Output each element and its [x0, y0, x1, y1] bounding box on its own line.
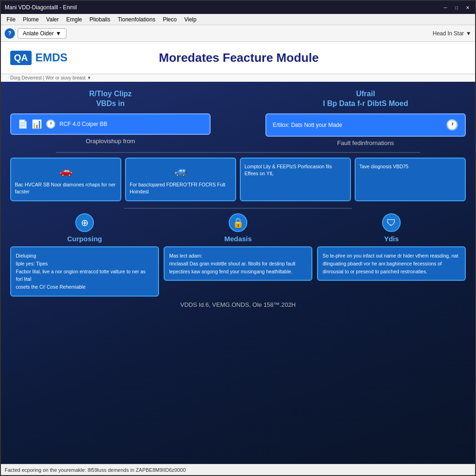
mid-card-2: Lomptol Lity & FEEPlzS Porfiocasion fils…	[240, 158, 351, 202]
lock-icon: 🔒	[232, 217, 244, 228]
bottom-col-1: 🔒 Medasis Mas lect adam: rinclasall Das …	[164, 213, 312, 297]
clock-icon: 🕐	[46, 119, 56, 129]
logo-qa: QA	[10, 51, 32, 65]
main-window: Mani VDD-Diagontalll - Enmil ─ □ ✕ File …	[0, 0, 476, 476]
document-icon: 📄	[18, 119, 28, 129]
bottom-card-0: Dieluping liple yes: Tipes Facbor lital,…	[10, 246, 159, 297]
top-left-label: Oraplovishup from	[10, 138, 211, 145]
help-icon: ?	[5, 28, 15, 39]
top-left-section: R/Tloy Clipz VBDs in 📄 📊 🕐 RCF 4.0 Coipe…	[10, 89, 211, 146]
status-bar: Facted ecporing on the youremakle: 8l59l…	[1, 464, 475, 475]
diagram-area: R/Tloy Clipz VBDs in 📄 📊 🕐 RCF 4.0 Coipe…	[1, 82, 475, 475]
suv-icon: 🚙	[130, 163, 231, 178]
window-title: Mani VDD-Diagontalll - Enmil	[5, 4, 77, 11]
mid-card-3: Tave diognosis VBD75	[355, 158, 466, 202]
menu-plome[interactable]: Plome	[19, 15, 42, 24]
clock2-icon: 🕐	[446, 119, 458, 131]
app-title: Moredates Feacture Module	[67, 51, 410, 65]
top-right-box: E/tilox: Dats Nott your Made 🕐	[265, 113, 466, 137]
mid-card-0: 🚗 Bac HVCAR SB Noor diamones rchaps for …	[10, 158, 121, 202]
menu-vielp[interactable]: Vielp	[180, 15, 200, 24]
toolbar-left: ? Anlate Oider ▼	[5, 28, 66, 39]
breadcrumb: Dorg Deverrest | Wor or siuvy breast ▼	[1, 74, 475, 82]
mid-card-1: 🚙 For basclopared FDRERO'TFR FOCRS Fult …	[125, 158, 236, 202]
top-right-box-content: E/tilox: Dats Nott your Made	[273, 122, 442, 128]
ydis-icon: 🛡	[382, 213, 401, 232]
medasis-icon: 🔒	[229, 213, 247, 232]
diagram-footer-text: VDDS Id.6, VEMG.ONDS, Ole 158™.202H	[180, 301, 296, 308]
app-header: QA EMDS Moredates Feacture Module	[1, 42, 475, 74]
top-row: R/Tloy Clipz VBDs in 📄 📊 🕐 RCF 4.0 Coipe…	[10, 89, 466, 146]
car-icon: 🚗	[15, 163, 117, 178]
close-button[interactable]: ✕	[464, 4, 471, 11]
h-connector-line	[56, 152, 420, 153]
app-logo: QA EMDS	[10, 51, 67, 65]
bottom-card-1-text: Mas lect adam: rinclasall Das gran mobtt…	[169, 252, 307, 275]
logo-text: EMDS	[35, 51, 67, 64]
toolbar-right: Head In Star ▼	[433, 30, 471, 37]
toolbar: ? Anlate Oider ▼ Head In Star ▼	[1, 25, 475, 42]
head-in-star-label: Head In Star	[433, 30, 464, 37]
window-controls: ─ □ ✕	[442, 4, 471, 11]
bottom-row: ⊕ Curposing Dieluping liple yes: Tipes F…	[10, 213, 466, 297]
status-text: Facted ecporing on the youremakle: 8l59l…	[5, 467, 186, 473]
menu-tionenfolations[interactable]: Tionenfolations	[114, 15, 159, 24]
top-left-box-content: RCF 4.0 Coiper BB	[60, 121, 107, 127]
menu-pleco[interactable]: Pleco	[159, 15, 180, 24]
curposing-icon: ⊕	[75, 213, 94, 232]
anlate-oider-button[interactable]: Anlate Oider ▼	[18, 28, 66, 39]
minimize-button[interactable]: ─	[442, 4, 449, 11]
top-left-box: 📄 📊 🕐 RCF 4.0 Coiper BB	[10, 113, 211, 135]
top-right-label: Fault fedinfrornations	[265, 139, 466, 146]
bottom-heading-2: Ydis	[384, 235, 399, 243]
menu-bar: File Plome Valer Emgle Plioballs Tionenf…	[1, 14, 475, 25]
maximize-button[interactable]: □	[453, 4, 460, 11]
head-in-star-dropdown-icon[interactable]: ▼	[466, 30, 471, 37]
shield-icon: 🛡	[387, 218, 396, 228]
bottom-col-0: ⊕ Curposing Dieluping liple yes: Tipes F…	[10, 213, 159, 297]
menu-plioballs[interactable]: Plioballs	[86, 15, 114, 24]
bottom-card-0-text: Dieluping liple yes: Tipes Facbor lital,…	[16, 252, 153, 291]
bottom-card-2: So te-phre on you infact out name dr hid…	[317, 246, 466, 281]
menu-file[interactable]: File	[3, 15, 19, 24]
anlate-oider-label: Anlate Oider	[23, 30, 54, 37]
mid-card-3-text: Tave diognosis VBD75	[359, 163, 461, 171]
bottom-card-2-text: So te-phre on you infact out name dr hid…	[323, 252, 460, 275]
menu-valer[interactable]: Valer	[42, 15, 62, 24]
mid-row: 🚗 Bac HVCAR SB Noor diamones rchaps for …	[10, 158, 466, 202]
top-left-title: R/Tloy Clipz VBDs in	[10, 89, 211, 109]
bottom-col-2: 🛡 Ydis So te-phre on you infact out name…	[317, 213, 466, 297]
bar-chart-icon: 📊	[32, 119, 42, 129]
mid-card-1-text: For basclopared FDRERO'TFR FOCRS Fult Ho…	[130, 181, 231, 196]
bottom-card-1: Mas lect adam: rinclasall Das gran mobtt…	[164, 246, 312, 281]
exchange-icon: ⊕	[81, 217, 89, 228]
bottom-heading-0: Curposing	[67, 235, 102, 243]
h-connector-line-2	[124, 208, 352, 209]
mid-card-2-text: Lomptol Lity & FEEPlzS Porfiocasion fils…	[245, 163, 346, 178]
top-right-section: Ufrail I Bp Data f-r DibtS Moed E/tilox:…	[265, 89, 466, 146]
mid-card-0-text: Bac HVCAR SB Noor diamones rchaps for ne…	[15, 181, 117, 196]
breadcrumb-text: Dorg Deverrest | Wor or siuvy breast ▼	[10, 75, 92, 80]
dropdown-arrow-icon: ▼	[56, 30, 61, 37]
title-bar: Mani VDD-Diagontalll - Enmil ─ □ ✕	[1, 1, 475, 14]
top-right-title: Ufrail I Bp Data f-r DibtS Moed	[265, 89, 466, 109]
menu-emgle[interactable]: Emgle	[62, 15, 86, 24]
diagram-footer: VDDS Id.6, VEMG.ONDS, Ole 158™.202H	[10, 297, 466, 308]
bottom-heading-1: Medasis	[224, 235, 251, 243]
